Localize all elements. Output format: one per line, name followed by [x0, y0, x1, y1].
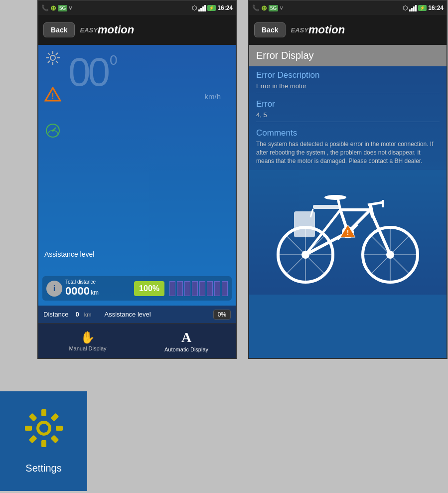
svg-line-43: [305, 255, 325, 274]
error-header: Error Display: [249, 45, 447, 66]
settings-label: Settings: [25, 463, 61, 474]
battery-bar-6: [207, 281, 213, 296]
battery-icon-r: ⚡: [418, 5, 427, 11]
status-bar-left: 📞 ⊕ 5G ⑂ ⬡ ⚡ 16:24: [38, 1, 236, 15]
light-icon: [44, 50, 61, 69]
signal-icon-r: [409, 4, 417, 11]
logo-easy: E: [80, 26, 84, 34]
battery-bar-5: [199, 281, 205, 296]
logo-easy-r: E: [291, 26, 295, 34]
svg-point-0: [50, 55, 55, 60]
svg-rect-57: [41, 440, 46, 447]
speedometer-icon: [44, 123, 61, 142]
battery-bar-4: [192, 281, 198, 296]
tab-manual-display[interactable]: ✋ Manual Display: [38, 324, 137, 358]
assistance-stat-value: 0%: [213, 310, 231, 320]
svg-rect-59: [56, 426, 63, 431]
svg-text:!: !: [347, 228, 349, 236]
speed-display: 0 0 0: [68, 52, 236, 92]
phone-icon-r: 📞: [252, 4, 260, 11]
error-comments-section: Comments The system has detected a posib…: [249, 124, 447, 170]
logo-motion-r: motion: [308, 23, 345, 36]
sim-icon: 5G: [58, 5, 67, 11]
left-screen: 📞 ⊕ 5G ⑂ ⬡ ⚡ 16:24 Back E: [37, 0, 237, 359]
error-comments-title: Comments: [256, 128, 440, 138]
tab-auto-label: Automatic Display: [164, 346, 208, 352]
back-button-right[interactable]: Back: [254, 22, 286, 37]
svg-rect-62: [28, 413, 37, 422]
phone-icon: 📞: [41, 4, 49, 11]
svg-text:!: !: [51, 92, 54, 100]
warning-icon: !: [44, 87, 61, 105]
bike-image-container: !: [249, 170, 447, 295]
svg-line-44: [286, 255, 305, 274]
hand-icon: ✋: [80, 330, 95, 344]
logo-asy: ASY: [84, 26, 98, 34]
nav-bar-left: Back E ASY motion: [38, 15, 236, 45]
left-icons: !: [44, 50, 61, 142]
svg-line-7: [56, 53, 58, 55]
svg-line-8: [48, 61, 50, 63]
plus-icon-r: ⊕: [261, 4, 267, 12]
svg-line-24: [370, 205, 373, 217]
error-code-title: Error: [256, 99, 440, 109]
svg-line-6: [56, 61, 58, 63]
distance-label: Total distance: [65, 279, 99, 285]
gear-icon: [24, 408, 64, 458]
auto-icon: A: [181, 329, 191, 345]
sim-icon-r: 5G: [269, 5, 278, 11]
svg-line-52: [371, 255, 390, 274]
error-code-value: 4, 5: [256, 111, 440, 122]
battery-bars: [169, 281, 228, 296]
distance-stat-value: 0: [76, 311, 79, 318]
battery-icon: ⚡: [207, 5, 216, 11]
speed-unit: km/h: [38, 92, 221, 101]
info-bar: i Total distance 0000 km 100%: [42, 276, 232, 301]
svg-rect-29: [313, 205, 340, 209]
error-body: Error Description Error in the motor Err…: [249, 66, 447, 358]
app-logo-right: E ASY motion: [291, 23, 345, 36]
svg-rect-58: [25, 426, 32, 431]
status-bar-right: 📞 ⊕ 5G ⑂ ⬡ ⚡ 16:24: [249, 1, 447, 15]
main-area: ! 0 0 0 km/h: [38, 45, 236, 306]
error-description-value: Error in the motor: [256, 82, 440, 93]
assistance-label: Assistance level: [44, 250, 94, 258]
speed-value: 0: [68, 52, 88, 92]
svg-rect-63: [50, 435, 59, 443]
back-button-left[interactable]: Back: [43, 22, 75, 37]
distance-container: Total distance 0000 km: [65, 279, 99, 298]
error-title: Error Display: [256, 50, 314, 61]
battery-bar-8: [222, 281, 228, 296]
assistance-section: Assistance level: [44, 250, 94, 258]
time-left: 16:24: [217, 4, 233, 11]
info-icon: i: [46, 281, 62, 297]
distance-stat-unit: km: [84, 312, 92, 318]
tab-bar: ✋ Manual Display A Automatic Display: [38, 323, 236, 358]
svg-rect-32: [294, 211, 315, 237]
bluetooth-icon-r: ⬡: [403, 4, 408, 11]
tab-manual-label: Manual Display: [69, 345, 106, 351]
app-logo-left: E ASY motion: [80, 23, 134, 36]
battery-bar-2: [177, 281, 183, 296]
speed-superscript: 0: [110, 52, 118, 68]
battery-bar-1: [169, 281, 175, 296]
svg-rect-60: [50, 413, 59, 422]
bike-image: !: [263, 177, 433, 287]
error-description-title: Error Description: [256, 70, 440, 80]
settings-panel[interactable]: Settings: [0, 391, 87, 491]
svg-line-53: [390, 235, 410, 255]
speed-value2: 0: [88, 52, 108, 92]
svg-rect-56: [41, 409, 46, 416]
plus-icon: ⊕: [50, 4, 56, 12]
logo-asy-r: ASY: [295, 26, 308, 34]
battery-bar-7: [214, 281, 220, 296]
error-comments-value: The system has detected a posible error …: [256, 140, 440, 168]
logo-motion: motion: [98, 23, 134, 36]
stats-bar: Distance 0 km Assistance level 0%: [38, 306, 236, 323]
tab-automatic-display[interactable]: A Automatic Display: [137, 324, 236, 358]
time-right: 16:24: [428, 4, 444, 11]
assistance-stat-label: Assistance level: [104, 311, 150, 318]
distance-stat-label: Distance: [43, 311, 69, 318]
svg-line-51: [390, 255, 410, 274]
signal-icon: [198, 4, 206, 11]
